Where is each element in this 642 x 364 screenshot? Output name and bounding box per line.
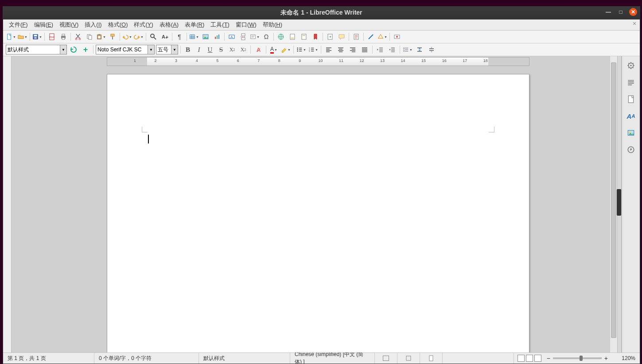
clone-formatting-button[interactable] [107,31,118,42]
font-color-button[interactable]: A▼ [268,44,279,55]
undo-button[interactable]: ▼ [122,31,132,42]
paste-button[interactable]: ▼ [96,31,106,42]
svg-rect-28 [241,38,245,40]
subscript-button[interactable]: X2 [238,45,248,54]
menu-f[interactable]: 文件(F) [6,20,31,30]
align-center-button[interactable] [335,44,346,55]
insert-bookmark-button[interactable] [310,31,321,42]
sidebar-gallery-icon[interactable] [624,126,638,139]
italic-button[interactable]: I [194,45,204,54]
horizontal-ruler[interactable]: 123456789101112131415161718 [107,57,529,66]
sidebar-styles-icon[interactable] [624,76,638,89]
save-button[interactable]: ▼ [32,31,43,42]
new-document-button[interactable]: ▼ [6,31,16,42]
sidebar-navigator-icon[interactable] [624,143,638,156]
menu-i[interactable]: 插入(I) [82,20,105,30]
track-changes-button[interactable] [351,31,362,42]
single-page-view-icon[interactable] [517,355,525,362]
multi-page-view-icon[interactable] [526,355,533,362]
highlight-color-button[interactable]: ▼ [280,44,291,55]
copy-button[interactable] [84,31,95,42]
font-name-combo[interactable]: Noto Serif CJK SC▼ [96,45,155,54]
zoom-percent[interactable]: 120% [610,353,640,364]
print-button[interactable] [58,31,69,42]
menu-w[interactable]: 窗口(W) [233,20,260,30]
decrease-indent-button[interactable] [387,44,397,55]
align-justify-button[interactable] [359,44,370,55]
document-viewport[interactable]: 123456789101112131415161718 [12,56,610,352]
document-page[interactable] [107,74,529,352]
superscript-button[interactable]: X2 [227,45,237,54]
insert-line-button[interactable] [366,31,376,42]
status-selection-mode[interactable] [397,353,420,364]
clear-formatting-button[interactable]: A̷ [253,44,264,55]
find-replace-button[interactable] [148,31,159,42]
zoom-slider[interactable] [553,357,602,359]
insert-hyperlink-button[interactable] [276,31,286,42]
redo-button[interactable]: ▼ [133,31,144,42]
menu-o[interactable]: 格式(O) [105,20,131,30]
align-right-button[interactable] [347,44,358,55]
show-draw-functions-button[interactable] [392,31,402,42]
vertical-ruler[interactable] [3,56,12,352]
insert-endnote-button[interactable] [299,31,309,42]
basic-shapes-button[interactable]: ▼ [377,31,388,42]
cut-button[interactable] [73,31,83,42]
increase-para-spacing-button[interactable] [414,44,425,55]
bold-button[interactable]: B [183,45,193,54]
status-page[interactable]: 第 1 页，共 1 页 [3,353,94,364]
sidebar-properties-icon[interactable] [624,59,638,72]
insert-table-button[interactable]: ▼ [189,31,199,42]
menu-t[interactable]: 工具(T) [207,20,233,30]
font-size-combo[interactable]: 五号▼ [156,45,178,54]
increase-indent-button[interactable] [375,44,385,55]
spellcheck-button[interactable]: Aꮠ [160,31,170,42]
numbered-list-button[interactable]: 123▼ [308,44,319,55]
insert-footnote-button[interactable] [287,31,298,42]
zoom-out-button[interactable]: − [547,355,550,362]
menu-r[interactable]: 表单(R) [182,20,207,30]
align-left-button[interactable] [323,44,334,55]
sidebar-page-icon[interactable] [624,93,638,106]
update-style-button[interactable] [68,44,79,55]
insert-special-char-button[interactable]: Ω [261,31,272,42]
export-pdf-button[interactable]: PDF [47,31,57,42]
new-style-button[interactable]: + [80,44,91,55]
formatting-marks-button[interactable]: ¶ [174,31,185,42]
insert-field-button[interactable]: ▼ [249,31,260,42]
zoom-in-button[interactable]: + [604,355,608,362]
close-button[interactable]: ✕ [629,8,637,16]
strikethrough-button[interactable]: S [216,45,226,54]
menu-v[interactable]: 视图(V) [56,20,82,30]
line-spacing-button[interactable]: ▼ [402,44,413,55]
menu-e[interactable]: 编辑(E) [31,20,56,30]
insert-cross-reference-button[interactable] [325,31,335,42]
menu-a[interactable]: 表格(A) [156,20,182,30]
insert-image-button[interactable] [200,31,211,42]
document-close-icon[interactable]: × [631,20,638,27]
menu-h[interactable]: 帮助(H) [260,20,285,30]
sidebar-character-icon[interactable]: AA [624,109,638,123]
minimize-button[interactable]: — [604,8,612,16]
insert-comment-button[interactable] [336,31,347,42]
paragraph-style-combo[interactable]: 默认样式▼ [6,45,67,54]
underline-button[interactable]: U [205,45,215,54]
svg-point-39 [297,50,298,52]
menu-y[interactable]: 样式(Y) [131,20,156,30]
open-button[interactable]: ▼ [17,31,28,42]
vertical-scrollbar[interactable] [610,56,617,352]
status-page-style[interactable]: 默认样式 [199,353,290,364]
maximize-button[interactable]: □ [617,8,625,16]
view-layout-buttons[interactable] [514,353,545,364]
bullet-list-button[interactable]: ▼ [296,44,307,55]
status-word-count[interactable]: 0 个单词/字，0 个字符 [94,353,199,364]
sidebar-handle[interactable] [617,56,622,352]
status-signature[interactable] [420,353,443,364]
status-language[interactable]: Chinese (simplified) [中文 (简体) ] [290,353,375,364]
insert-page-break-button[interactable] [238,31,249,42]
book-view-icon[interactable] [534,355,541,362]
insert-chart-button[interactable] [212,31,222,42]
decrease-para-spacing-button[interactable] [426,44,437,55]
insert-textbox-button[interactable]: A [226,31,237,42]
status-insert-mode[interactable] [375,353,397,364]
